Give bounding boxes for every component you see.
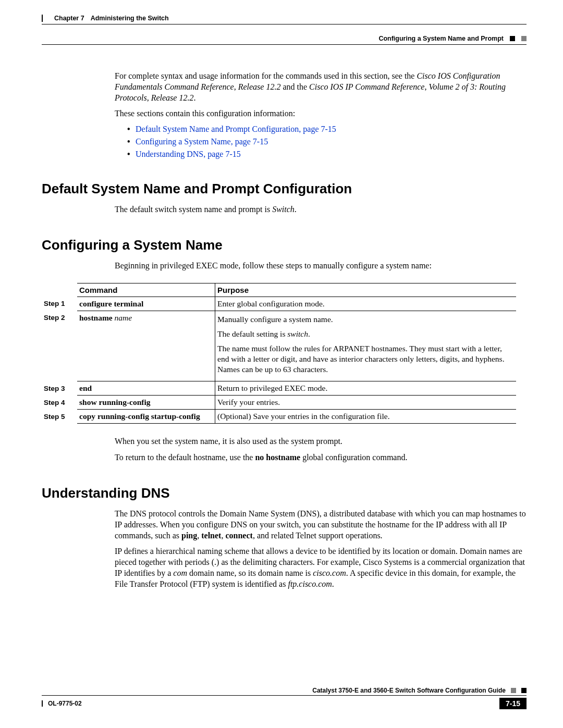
dns-p2: IP defines a hierarchical naming scheme … <box>115 546 527 589</box>
toc-list: Default System Name and Prompt Configura… <box>127 125 527 159</box>
toc-link[interactable]: Understanding DNS, page 7-15 <box>136 150 241 158</box>
heading-configuring-name: Configuring a System Name <box>42 237 527 253</box>
table-row: Step 4 show running-config Verify your e… <box>42 396 516 410</box>
dns-p1: The DNS protocol controls the Domain Nam… <box>115 509 527 541</box>
running-header-right: Configuring a System Name and Prompt <box>42 35 527 42</box>
marker-icon <box>511 688 516 693</box>
chapter-title: Administering the Switch <box>91 15 169 22</box>
heading-understanding-dns: Understanding DNS <box>42 485 527 501</box>
intro-lead: These sections contain this configuratio… <box>115 108 527 119</box>
marker-icon <box>521 36 527 41</box>
footer-doc: OL-9775-02 <box>48 700 82 707</box>
th-purpose: Purpose <box>215 283 517 297</box>
table-row: Step 1 configure terminal Enter global c… <box>42 297 516 311</box>
th-command: Command <box>77 283 215 297</box>
table-row: Step 2 hostname name Manually configure … <box>42 311 516 381</box>
sec2-after1: When you set the system name, it is also… <box>115 436 527 447</box>
chapter-label: Chapter 7 <box>54 15 84 22</box>
page-number: 7-15 <box>499 698 527 709</box>
steps-table: Command Purpose Step 1 configure termina… <box>42 283 516 424</box>
marker-icon <box>521 688 527 693</box>
running-header-left: Chapter 7 Administering the Switch <box>42 15 527 22</box>
footer-guide: Catalyst 3750-E and 3560-E Switch Softwa… <box>312 687 506 694</box>
page-footer: Catalyst 3750-E and 3560-E Switch Softwa… <box>42 687 527 709</box>
table-row: Step 5 copy running-config startup-confi… <box>42 410 516 424</box>
sec2-after2: To return to the default hostname, use t… <box>115 452 527 463</box>
toc-link[interactable]: Configuring a System Name, page 7-15 <box>136 137 268 146</box>
section-title: Configuring a System Name and Prompt <box>378 35 504 42</box>
heading-default-config: Default System Name and Prompt Configura… <box>42 181 527 197</box>
default-config-text: The default switch system name and promp… <box>115 204 527 215</box>
toc-link[interactable]: Default System Name and Prompt Configura… <box>136 125 336 133</box>
table-row: Step 3 end Return to privileged EXEC mod… <box>42 381 516 396</box>
sec2-intro: Beginning in privileged EXEC mode, follo… <box>115 261 527 272</box>
intro-paragraph: For complete syntax and usage informatio… <box>115 71 527 103</box>
marker-icon <box>510 36 515 41</box>
